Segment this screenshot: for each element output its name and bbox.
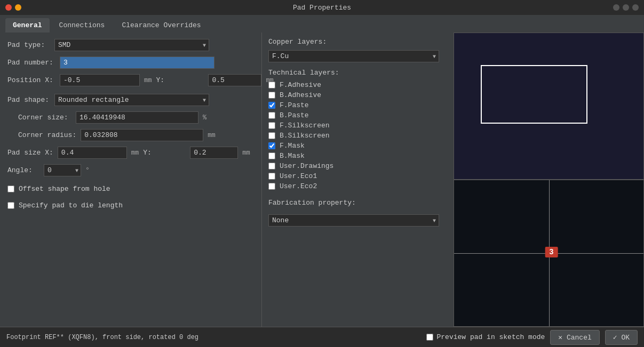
window-title: Pad Properties [293,4,351,12]
offset-shape-checkbox[interactable] [7,185,14,192]
layer-user-drawings: User.Drawings [268,161,447,171]
layer-f-mask-label: F.Mask [280,142,305,150]
pad-size-x-input[interactable] [58,147,127,159]
main-content: Pad type: SMD Pad number: Position X: mm… [0,33,644,327]
fab-select-wrapper[interactable]: None [268,214,439,227]
layer-f-mask: F.Mask [268,141,447,151]
layer-user-eco1-label: User.Eco1 [280,172,317,180]
pad-type-select-wrapper[interactable]: SMD [54,39,209,51]
layer-b-paste-label: B.Paste [280,111,309,119]
ok-button[interactable]: ✓ OK [605,330,638,345]
corner-size-input[interactable] [76,111,198,124]
corner-radius-input[interactable] [81,129,203,141]
fabrication-section: Fabrication property: None [268,199,447,227]
angle-select[interactable]: 0 [44,164,81,176]
layer-b-paste-checkbox[interactable] [268,112,275,119]
position-x-label: Position X: [7,76,55,84]
angle-row: Angle: 0 ° [7,164,254,176]
corner-size-row: Corner size: % [7,111,254,124]
cancel-button[interactable]: ✕ Cancel [550,330,599,345]
pad-number-row: Pad number: [7,57,254,69]
tab-bar: General Connections Clearance Overrides [0,15,644,33]
pad-shape-select-wrapper[interactable]: Rounded rectangle [54,94,209,106]
corner-size-label: Corner size: [18,114,71,122]
layer-b-mask-checkbox[interactable] [268,152,275,159]
preview-sketch-row: Preview pad in sketch mode [426,333,545,341]
pad-size-row: Pad size X: mm Y: mm [7,147,254,159]
titlebar: Pad Properties [0,0,644,15]
corner-radius-row: Corner radius: mm [7,129,254,141]
pad-number-badge: 3 [545,247,558,257]
pad-size-x-label: Pad size X: [7,149,53,157]
titlebar-right-btn-3[interactable] [632,4,639,11]
tab-general[interactable]: General [5,18,50,33]
layer-f-mask-checkbox[interactable] [268,142,275,149]
pad-number-label: Pad number: [7,59,55,67]
position-x-unit: mm [144,77,152,84]
corner-radius-label: Corner radius: [18,131,76,139]
layer-user-drawings-checkbox[interactable] [268,163,275,170]
layer-user-eco2: User.Eco2 [268,181,447,191]
layer-b-adhesive-checkbox[interactable] [268,92,275,99]
layer-f-paste-label: F.Paste [280,101,309,109]
pad-type-label: Pad type: [7,41,50,49]
position-x-input[interactable] [60,74,140,86]
close-btn[interactable] [5,4,12,11]
layer-f-adhesive-checkbox[interactable] [268,82,275,88]
preview-sketch-label: Preview pad in sketch mode [436,333,545,341]
tab-clearance-overrides[interactable]: Clearance Overrides [114,18,208,33]
layer-f-silkscreen: F.Silkscreen [268,120,447,131]
copper-select-wrapper[interactable]: F.Cu [268,50,439,62]
specify-pad-label: Specify pad to die length [19,201,123,209]
corner-radius-unit: mm [208,132,215,139]
pad-size-x-unit: mm [131,149,139,157]
pad-type-row: Pad type: SMD [7,39,254,51]
titlebar-right-btn-1[interactable] [613,4,619,11]
copper-select[interactable]: F.Cu [268,50,439,62]
layer-b-silkscreen-checkbox[interactable] [268,132,275,139]
layer-user-drawings-label: User.Drawings [280,162,333,170]
specify-pad-row: Specify pad to die length [7,201,254,209]
pad-shape-row: Pad shape: Rounded rectangle [7,94,254,106]
preview-rectangle [481,65,587,124]
titlebar-right-controls [613,4,639,11]
titlebar-controls [5,4,21,11]
statusbar: Footprint REF** (XQFN8), front side, rot… [0,327,644,347]
pad-shape-label: Pad shape: [7,96,50,104]
angle-select-wrapper[interactable]: 0 [44,164,81,176]
specify-pad-checkbox[interactable] [7,202,14,209]
preview-bottom: 3 [454,180,644,327]
pad-number-input[interactable] [60,57,214,69]
layer-user-eco1: User.Eco1 [268,171,447,181]
position-row: Position X: mm Y: mm [7,74,254,86]
statusbar-right: Preview pad in sketch mode ✕ Cancel ✓ OK [426,330,638,345]
status-text: Footprint REF** (XQFN8), front side, rot… [6,334,198,341]
layer-user-eco1-checkbox[interactable] [268,173,275,180]
preview-top [454,33,644,180]
layer-b-mask-label: B.Mask [280,152,305,160]
layer-user-eco2-checkbox[interactable] [268,183,275,190]
tab-connections[interactable]: Connections [52,18,113,33]
layer-b-silkscreen-label: B.Silkscreen [280,132,330,140]
copper-layers-dropdown-row: F.Cu [268,50,447,62]
left-panel: Pad type: SMD Pad number: Position X: mm… [0,33,261,327]
pad-shape-select[interactable]: Rounded rectangle [54,94,209,106]
position-y-input[interactable] [208,74,261,86]
pad-size-y-input[interactable] [190,147,238,159]
layer-f-paste: F.Paste [268,100,447,110]
layer-f-silkscreen-checkbox[interactable] [268,122,275,129]
pad-size-y-unit: mm [242,149,250,157]
angle-label: Angle: [7,166,39,174]
pad-type-select[interactable]: SMD [54,39,209,51]
minimize-btn[interactable] [15,4,21,11]
fab-select[interactable]: None [268,214,439,227]
layer-b-silkscreen: B.Silkscreen [268,131,447,141]
preview-sketch-checkbox[interactable] [426,334,433,341]
layers-panel: Copper layers: F.Cu Technical layers: F.… [261,33,454,327]
layer-b-mask: B.Mask [268,151,447,161]
preview-panel: 3 [454,33,644,327]
titlebar-right-btn-2[interactable] [623,4,629,11]
layer-f-paste-checkbox[interactable] [268,102,275,109]
position-y-label: Y: [156,76,204,84]
layer-f-adhesive: F.Adhesive [268,80,447,90]
